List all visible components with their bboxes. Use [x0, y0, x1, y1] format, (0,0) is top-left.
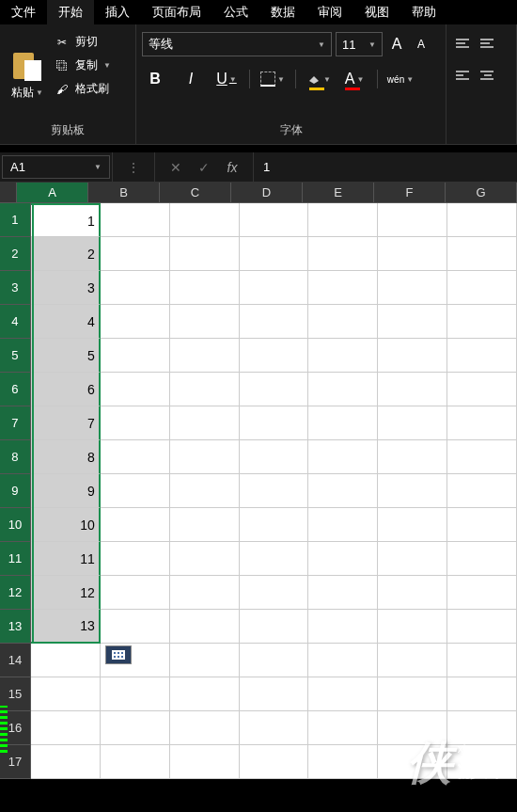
cell-G12[interactable] — [447, 576, 517, 610]
align-left-button[interactable] — [452, 64, 475, 87]
align-center-button[interactable] — [477, 64, 499, 87]
cell-G9[interactable] — [447, 474, 517, 508]
menu-item-1[interactable]: 开始 — [47, 0, 94, 24]
cell-E14[interactable] — [308, 644, 378, 677]
cell-G15[interactable] — [447, 677, 517, 711]
col-header-B[interactable]: B — [88, 183, 160, 203]
cell-C9[interactable] — [170, 474, 240, 508]
row-header-8[interactable]: 8 — [0, 440, 31, 474]
cell-F1[interactable] — [378, 203, 447, 237]
cell-C1[interactable] — [170, 203, 240, 237]
row-header-12[interactable]: 12 — [0, 576, 31, 610]
select-all-corner[interactable] — [0, 183, 17, 203]
cell-F4[interactable] — [378, 305, 447, 339]
cell-C7[interactable] — [170, 406, 240, 440]
cell-B5[interactable] — [101, 339, 170, 373]
cell-C15[interactable] — [170, 677, 240, 711]
cell-F13[interactable] — [378, 610, 447, 644]
cell-D15[interactable] — [240, 677, 309, 711]
row-header-6[interactable]: 6 — [0, 373, 31, 406]
cell-E8[interactable] — [308, 440, 378, 474]
formula-input[interactable]: 1 — [253, 152, 517, 182]
pinyin-button[interactable]: wén ▼ — [387, 66, 414, 92]
cell-A1[interactable]: 1 — [31, 203, 101, 237]
row-header-11[interactable]: 11 — [0, 542, 31, 576]
cell-A12[interactable]: 12 — [31, 576, 101, 610]
cell-A13[interactable]: 13 — [31, 610, 101, 644]
menu-item-5[interactable]: 数据 — [259, 0, 306, 24]
cell-B6[interactable] — [101, 373, 170, 406]
cell-A8[interactable]: 8 — [31, 440, 101, 474]
cell-G10[interactable] — [447, 508, 517, 542]
cell-D9[interactable] — [240, 474, 309, 508]
cell-E13[interactable] — [308, 610, 378, 644]
cell-E17[interactable] — [308, 745, 378, 779]
cell-A4[interactable]: 4 — [31, 305, 101, 339]
menu-item-3[interactable]: 页面布局 — [141, 0, 212, 24]
bold-button[interactable]: B — [142, 66, 168, 92]
cell-E5[interactable] — [308, 339, 378, 373]
fx-button[interactable]: fx — [221, 156, 243, 179]
cell-F9[interactable] — [378, 474, 447, 508]
cell-C13[interactable] — [170, 610, 240, 644]
cell-D10[interactable] — [240, 508, 309, 542]
cell-B9[interactable] — [101, 474, 170, 508]
cell-G3[interactable] — [447, 271, 517, 305]
cell-A9[interactable]: 9 — [31, 474, 101, 508]
row-header-9[interactable]: 9 — [0, 474, 31, 508]
cell-B11[interactable] — [101, 542, 170, 576]
cell-G5[interactable] — [447, 339, 517, 373]
cell-B2[interactable] — [101, 237, 170, 271]
paste-button[interactable]: 粘贴 ▼ — [6, 28, 49, 122]
cell-B17[interactable] — [101, 745, 170, 779]
autofill-options-button[interactable] — [105, 645, 132, 664]
cell-A2[interactable]: 2 — [31, 237, 101, 271]
cell-G4[interactable] — [447, 305, 517, 339]
menu-item-4[interactable]: 公式 — [212, 0, 259, 24]
cell-C3[interactable] — [170, 271, 240, 305]
ellipsis-button[interactable]: ⋮ — [122, 156, 145, 179]
italic-button[interactable]: I — [178, 66, 204, 92]
cell-F2[interactable] — [378, 237, 447, 271]
font-name-select[interactable]: 等线 ▼ — [142, 32, 332, 56]
cell-D1[interactable] — [240, 203, 309, 237]
align-top-button[interactable] — [452, 32, 475, 55]
cell-D16[interactable] — [240, 711, 309, 745]
cell-A7[interactable]: 7 — [31, 406, 101, 440]
cell-F6[interactable] — [378, 373, 447, 406]
cell-D2[interactable] — [240, 237, 309, 271]
cell-C12[interactable] — [170, 576, 240, 610]
cell-C17[interactable] — [170, 745, 240, 779]
cell-A11[interactable]: 11 — [31, 542, 101, 576]
cell-C11[interactable] — [170, 542, 240, 576]
cell-G8[interactable] — [447, 440, 517, 474]
cell-B3[interactable] — [101, 271, 170, 305]
cell-C4[interactable] — [170, 305, 240, 339]
menu-item-6[interactable]: 审阅 — [306, 0, 353, 24]
cell-G1[interactable] — [447, 203, 517, 237]
cell-D11[interactable] — [240, 542, 309, 576]
col-header-A[interactable]: A — [17, 183, 88, 203]
copy-button[interactable]: ⿻ 复制 ▼ — [53, 56, 113, 75]
cell-G13[interactable] — [447, 610, 517, 644]
cell-A6[interactable]: 6 — [31, 373, 101, 406]
cell-A17[interactable] — [31, 745, 101, 779]
cell-B16[interactable] — [101, 711, 170, 745]
cell-F3[interactable] — [378, 271, 447, 305]
cell-E10[interactable] — [308, 508, 378, 542]
name-box[interactable]: A1 ▼ — [2, 155, 110, 179]
row-header-13[interactable]: 13 — [0, 610, 31, 644]
cell-C6[interactable] — [170, 373, 240, 406]
col-header-F[interactable]: F — [374, 183, 446, 203]
cell-F5[interactable] — [378, 339, 447, 373]
cell-D8[interactable] — [240, 440, 309, 474]
cell-E9[interactable] — [308, 474, 378, 508]
cancel-formula-button[interactable]: ✕ — [164, 156, 187, 179]
cell-F15[interactable] — [378, 677, 447, 711]
cell-F11[interactable] — [378, 542, 447, 576]
row-header-1[interactable]: 1 — [0, 203, 31, 237]
cell-C5[interactable] — [170, 339, 240, 373]
align-middle-button[interactable] — [477, 32, 499, 55]
cell-D12[interactable] — [240, 576, 309, 610]
cell-E12[interactable] — [308, 576, 378, 610]
